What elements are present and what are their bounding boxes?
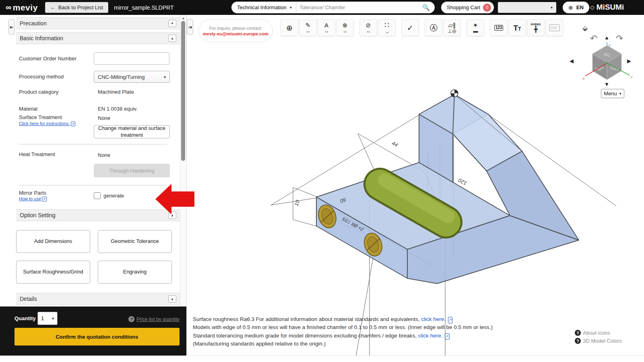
- how-to-use-link[interactable]: How to use↗: [19, 196, 47, 202]
- search-category-value: Technical Information: [237, 4, 287, 10]
- surface-treatment-label: Surface Treatment: [19, 114, 62, 120]
- meviy-logo-text: meviy: [13, 3, 38, 12]
- note-line-2: Models with edge of 0.5 mm or less will …: [193, 323, 493, 331]
- processing-method-select[interactable]: CNC-Milling/Turning ▾: [94, 71, 170, 83]
- heat-treatment-label: Heat Treatment: [19, 151, 55, 157]
- open-file-name: mirror_sample.SLDPRT: [114, 4, 173, 11]
- dim-slot-length: 44: [391, 140, 399, 148]
- sidebar-collapse-handle[interactable]: |◀: [187, 19, 193, 35]
- generate-label: generate: [103, 193, 124, 199]
- basic-information-toggle-button[interactable]: ▲: [168, 35, 176, 42]
- view-cube[interactable]: z Top Right Back x Y: [581, 40, 634, 84]
- chevron-down-icon: ▾: [164, 75, 166, 79]
- precaution-toggle-button[interactable]: ▼: [168, 20, 176, 27]
- language-label: EN: [576, 4, 584, 10]
- 3d-model-canvas[interactable]: 44 120 10 60 2× Ø8 ▽25: [187, 15, 644, 356]
- misumi-logo[interactable]: ◇ MiSUMi: [590, 3, 624, 12]
- scroll-up-icon[interactable]: ▲: [181, 16, 186, 20]
- back-button-label: Back to Project List: [58, 4, 103, 10]
- chevron-down-icon: ▾: [619, 91, 621, 96]
- external-link-icon: ↗: [445, 333, 450, 340]
- dim-length: 120: [457, 177, 468, 187]
- processing-method-value: CNC-Milling/Turning: [98, 74, 145, 80]
- sidebar-expand-handle[interactable]: ▶|: [8, 19, 15, 35]
- note-line-4: (Manufacturing standards applied relativ…: [193, 340, 493, 348]
- basic-information-title: Basic Information: [20, 35, 63, 41]
- question-icon: ?: [575, 338, 581, 344]
- details-toggle-button[interactable]: ▲: [168, 295, 176, 302]
- processing-method-label: Processing method: [19, 74, 64, 80]
- meviy-logo[interactable]: ∞ meviy: [6, 3, 38, 12]
- menu-button[interactable]: Menu ▾: [601, 89, 624, 98]
- chevron-down-icon: ▾: [52, 316, 54, 321]
- search-input[interactable]: [296, 4, 422, 10]
- search-capsule: Technical Information ▾ 🔍: [231, 2, 435, 13]
- scrollbar-thumb[interactable]: [181, 21, 185, 161]
- manufacturing-notes: Surface roughness Ra6.3 For additional i…: [193, 315, 493, 348]
- model-colors-link[interactable]: ? 3D Model Colors: [575, 338, 622, 344]
- red-attention-arrow: [154, 183, 194, 215]
- external-link-icon: ↗: [42, 197, 47, 202]
- quantity-select[interactable]: 1 ▾: [37, 312, 58, 325]
- language-button[interactable]: ⊕ EN: [563, 2, 589, 13]
- chevron-down-icon: ▾: [290, 5, 292, 10]
- view-cube-icon[interactable]: ⬙: [582, 24, 588, 33]
- question-icon: ?: [575, 330, 581, 336]
- meviy-app: ∞ meviy ← Back to Project List mirror_sa…: [0, 0, 644, 362]
- back-to-project-list-button[interactable]: ← Back to Project List: [45, 2, 108, 13]
- cad-viewport[interactable]: For inquiry, please contact: meviy-eu@mi…: [186, 15, 644, 356]
- rotate-view-left-icon[interactable]: ◀: [570, 58, 574, 64]
- quantity-label: Quantity: [14, 315, 36, 321]
- through-hardening-button[interactable]: Through Hardening: [94, 164, 170, 177]
- misumi-cube-icon: ◇: [590, 4, 594, 10]
- svg-text:Top: Top: [604, 53, 611, 57]
- search-category-select[interactable]: Technical Information ▾: [231, 2, 296, 13]
- about-icons-link[interactable]: ? About icons: [575, 330, 622, 336]
- project-select[interactable]: ▾: [498, 2, 556, 13]
- confirm-quotation-button[interactable]: Confirm the quotation conditions: [14, 328, 180, 346]
- engraving-button[interactable]: Engraving: [98, 261, 172, 284]
- search-icon[interactable]: 🔍: [422, 4, 430, 11]
- datum-target-marker: [451, 90, 458, 97]
- geometric-tolerance-button[interactable]: Geometric Tolerance: [98, 230, 172, 253]
- price-list-link[interactable]: ? Price list by quantity: [128, 316, 180, 322]
- instructions-link[interactable]: Click here for instructions.↗: [19, 121, 75, 126]
- change-material-button[interactable]: Change material and surface treatment: [94, 125, 170, 138]
- back-arrow-icon: ←: [50, 4, 56, 10]
- product-category-value: Machined Plate: [98, 89, 134, 95]
- top-bar: ∞ meviy ← Back to Project List mirror_sa…: [0, 0, 644, 15]
- globe-icon: ⊕: [568, 4, 573, 11]
- mirror-parts-label: Mirror Parts: [19, 190, 46, 196]
- svg-text:x: x: [582, 76, 585, 80]
- precaution-title: Precaution: [20, 20, 47, 27]
- dim-thickness: 10: [293, 199, 301, 207]
- surface-treatment-value: None: [98, 115, 110, 121]
- settings-sidebar: Precaution ▼ Basic Information ▲ Custome…: [16, 15, 180, 306]
- meviy-logo-icon: ∞: [6, 3, 12, 12]
- external-link-icon: ↗: [71, 121, 76, 126]
- add-dimensions-button[interactable]: Add Dimensions: [16, 230, 90, 253]
- question-icon: ?: [128, 316, 134, 322]
- misumi-logo-text: MiSUMi: [597, 3, 624, 12]
- section-basic-information[interactable]: Basic Information ▲: [16, 32, 180, 44]
- note-line-1: Surface roughness Ra6.3 For additional i…: [193, 316, 421, 322]
- shopping-cart-label: Shopping Cart: [447, 4, 480, 10]
- note-line-3: Standard tolerancing medium grade for mo…: [193, 333, 418, 339]
- generate-checkbox[interactable]: [94, 192, 101, 199]
- divider: [19, 144, 167, 144]
- product-category-label: Product category: [19, 89, 58, 95]
- section-details[interactable]: Details ▲: [16, 293, 180, 305]
- shopping-cart-button[interactable]: Shopping Cart 0: [441, 2, 494, 13]
- external-link-icon: ↗: [448, 317, 453, 323]
- surface-roughness-button[interactable]: Surface Roughness/Grind: [16, 261, 90, 284]
- sidebar-scrollbar[interactable]: ▲ ▼: [180, 15, 186, 315]
- option-setting-title: Option Setting: [20, 212, 56, 218]
- section-precaution[interactable]: Precaution ▼: [16, 17, 180, 29]
- tolerancing-link[interactable]: click here. ↗: [418, 333, 450, 339]
- material-label: Material: [19, 106, 37, 112]
- material-value: EN 1.0038 equiv.: [98, 106, 138, 112]
- chevron-down-icon: ▾: [551, 5, 553, 10]
- material-standards-link[interactable]: click here. ↗: [421, 316, 452, 322]
- details-title: Details: [20, 296, 37, 302]
- customer-order-number-input[interactable]: [94, 52, 169, 65]
